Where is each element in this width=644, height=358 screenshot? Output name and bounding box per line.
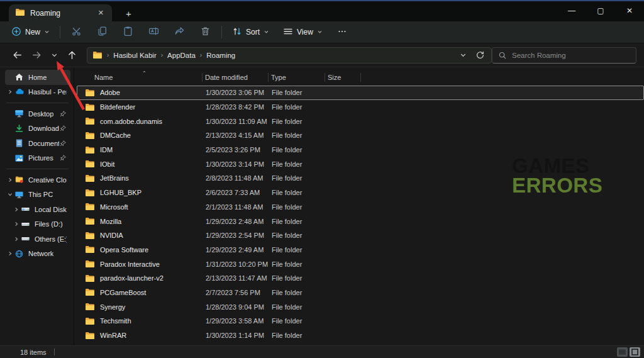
paste-button[interactable] — [117, 23, 139, 42]
new-button[interactable]: New — [6, 23, 55, 42]
sidebar-item-this-pc[interactable]: This PC — [5, 187, 70, 203]
sidebar-item-desktop[interactable]: Desktop — [5, 106, 70, 121]
breadcrumb-item-appdata[interactable]: AppData — [164, 50, 199, 61]
scissors-icon — [71, 26, 82, 38]
file-row-mozilla[interactable]: Mozilla1/29/2023 2:48 AMFile folder — [77, 214, 644, 228]
file-row-opera-software[interactable]: Opera Software1/29/2023 2:49 AMFile fold… — [77, 243, 644, 257]
minimize-button[interactable]: — — [557, 1, 586, 20]
column-header-type[interactable]: Type — [269, 70, 325, 84]
sidebar-item-network[interactable]: Network — [5, 247, 70, 262]
trash-icon — [200, 26, 211, 38]
breadcrumb-item-user[interactable]: Hasibul Kabir — [109, 50, 160, 61]
folder-icon — [85, 332, 95, 340]
sidebar-list: HomeHasibul - PersonalDesktopDownloadsDo… — [5, 70, 74, 261]
up-button[interactable] — [62, 47, 82, 64]
sidebar-item-downloads[interactable]: Downloads — [5, 121, 70, 137]
file-name: Techsmith — [100, 317, 131, 325]
file-row-synergy[interactable]: Synergy1/28/2023 9:04 PMFile folder — [77, 299, 644, 314]
file-name-cell: Adobe — [77, 89, 203, 97]
sidebar-item-hasibul-personal[interactable]: Hasibul - Personal — [5, 85, 70, 100]
breadcrumb-item-roaming[interactable]: Roaming — [203, 50, 239, 61]
chevron-right-icon[interactable] — [13, 221, 20, 227]
sort-button[interactable]: Sort — [227, 23, 274, 42]
explorer-tab-roaming[interactable]: Roaming ✕ — [9, 4, 112, 21]
file-date-cell: 2/5/2023 3:26 PM — [203, 146, 269, 154]
column-header-name[interactable]: Name ⌃ — [77, 70, 203, 84]
sidebar-item-pictures[interactable]: Pictures — [5, 151, 70, 166]
large-icons-view-toggle[interactable] — [630, 347, 640, 357]
file-row-idm[interactable]: IDM2/5/2023 3:26 PMFile folder — [77, 143, 644, 157]
tab-close-button[interactable]: ✕ — [95, 8, 107, 18]
file-row-jetbrains[interactable]: JetBrains2/8/2023 11:48 AMFile folder — [77, 171, 644, 186]
file-row-bitdefender[interactable]: Bitdefender1/28/2023 8:42 PMFile folder — [77, 100, 644, 115]
file-row-nvidia[interactable]: NVIDIA1/29/2023 2:54 PMFile folder — [77, 228, 644, 243]
plus-circle-icon — [11, 26, 21, 38]
back-button[interactable] — [8, 47, 27, 64]
new-button-label: New — [25, 28, 40, 36]
toolbar-divider — [60, 26, 60, 38]
cut-button[interactable] — [65, 23, 87, 42]
share-button[interactable] — [169, 23, 191, 42]
chevron-right-icon[interactable] — [6, 177, 14, 182]
file-name: WinRAR — [100, 332, 126, 339]
file-name-cell: PCGameBoost — [77, 288, 203, 296]
file-row-iobit[interactable]: IObit1/30/2023 3:14 PMFile folder — [77, 157, 644, 171]
sidebar-item-local-disk-c[interactable]: Local Disk (C:) — [5, 202, 70, 217]
column-header-size[interactable]: Size — [325, 70, 361, 84]
file-list-pane: Name ⌃ Date modified Type Size Adobe1/30 — [74, 67, 644, 345]
sidebar-item-documents[interactable]: Documents — [5, 136, 70, 151]
sidebar-item-label: Others (E:) — [35, 235, 67, 243]
chevron-right-icon[interactable] — [6, 89, 14, 94]
column-header-date-modified[interactable]: Date modified — [203, 70, 269, 84]
new-tab-button[interactable]: + — [126, 8, 131, 19]
search-input[interactable] — [512, 52, 630, 59]
file-row-techsmith[interactable]: Techsmith1/29/2023 3:58 AMFile folder — [77, 314, 644, 328]
chevron-right-icon[interactable] — [13, 207, 20, 212]
refresh-button[interactable] — [474, 49, 486, 61]
address-dropdown-button[interactable] — [458, 50, 468, 60]
sidebar-item-others-e[interactable]: Others (E:) — [5, 232, 70, 247]
view-button[interactable]: View — [278, 23, 328, 42]
file-row-dmcache[interactable]: DMCache2/13/2023 4:15 AMFile folder — [77, 128, 644, 143]
item-count: 18 items — [20, 349, 47, 356]
address-bar[interactable]: › Hasibul Kabir › AppData › Roaming — [87, 47, 492, 64]
file-name: Synergy — [100, 303, 125, 311]
file-row-adobe[interactable]: Adobe1/30/2023 3:06 PMFile folder — [77, 86, 644, 100]
chevron-right-icon[interactable] — [13, 237, 20, 242]
rename-button[interactable] — [143, 23, 165, 42]
share-icon — [174, 26, 185, 38]
chevron-right-icon[interactable] — [6, 251, 14, 256]
file-list: Adobe1/30/2023 3:06 PMFile folderBitdefe… — [77, 86, 644, 342]
copy-button[interactable] — [91, 23, 113, 42]
file-row-lghub-bkp[interactable]: LGHUB_BKP2/6/2023 7:33 AMFile folder — [77, 186, 644, 200]
search-icon — [498, 51, 507, 60]
see-more-button[interactable] — [331, 23, 353, 42]
view-lines-icon — [283, 26, 293, 38]
file-row-pcgameboost[interactable]: PCGameBoost2/7/2023 7:56 PMFile folder — [77, 286, 644, 300]
file-row-paradox-interactive[interactable]: Paradox Interactive1/31/2023 10:20 PMFil… — [77, 257, 644, 271]
folder-icon — [15, 8, 25, 18]
sidebar-item-label: Creative Cloud Files — [28, 176, 67, 184]
file-name: Microsoft — [100, 203, 128, 211]
file-name: Mozilla — [100, 218, 121, 225]
file-row-winrar[interactable]: WinRAR1/30/2023 1:14 PMFile folder — [77, 328, 644, 343]
forward-button[interactable] — [27, 47, 47, 64]
file-row-microsoft[interactable]: Microsoft2/1/2023 11:48 AMFile folder — [77, 200, 644, 215]
recent-locations-button[interactable] — [47, 48, 62, 62]
sidebar-item-home[interactable]: Home — [5, 70, 70, 85]
sidebar-item-files-d[interactable]: Files (D:) — [5, 217, 70, 232]
file-date-cell: 1/28/2023 9:04 PM — [203, 303, 269, 311]
sidebar-item-creative-cloud-files[interactable]: Creative Cloud Files — [5, 172, 70, 187]
column-resize-handle[interactable] — [360, 73, 361, 82]
maximize-button[interactable]: ▢ — [586, 1, 615, 20]
search-box[interactable] — [492, 47, 636, 64]
chevron-down-icon — [317, 28, 323, 36]
file-date-cell: 1/31/2023 10:20 PM — [203, 260, 269, 268]
delete-button[interactable] — [194, 23, 216, 42]
file-row-com-adobe-dunamis[interactable]: com.adobe.dunamis1/30/2023 11:09 AMFile … — [77, 114, 644, 128]
details-view-toggle[interactable] — [617, 347, 628, 357]
file-row-paradox-launcher-v2[interactable]: paradox-launcher-v22/13/2023 11:47 AMFil… — [77, 271, 644, 286]
close-button[interactable]: ✕ — [615, 1, 644, 20]
folder-icon — [92, 51, 103, 59]
chevron-down-icon[interactable] — [6, 192, 14, 197]
